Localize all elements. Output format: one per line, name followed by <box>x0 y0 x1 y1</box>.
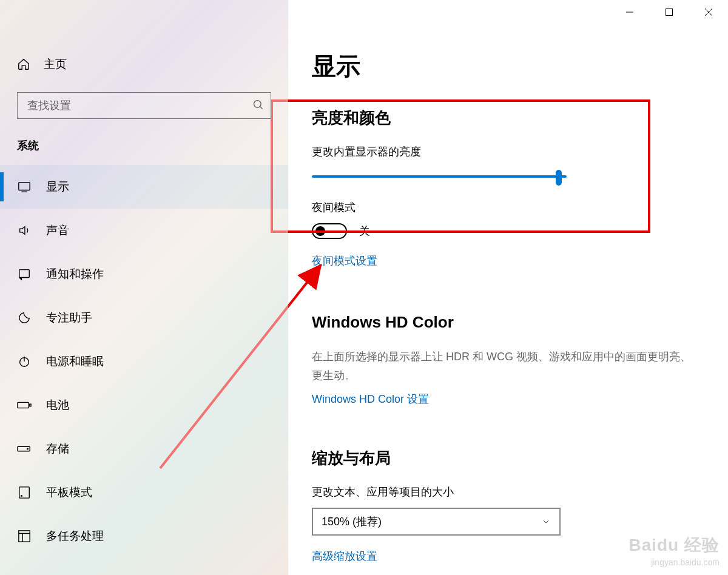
page-title: 显示 <box>312 50 710 83</box>
notifications-icon <box>17 267 32 281</box>
night-mode-toggle[interactable] <box>312 223 347 239</box>
brightness-slider[interactable] <box>312 167 567 186</box>
hdcolor-settings-link[interactable]: Windows HD Color 设置 <box>312 392 429 406</box>
sidebar-item-label: 声音 <box>46 223 69 238</box>
search-icon <box>252 99 265 111</box>
sidebar-item-notifications[interactable]: 通知和操作 <box>0 252 288 296</box>
sidebar-item-storage[interactable]: 存储 <box>0 427 288 471</box>
svg-rect-17 <box>19 531 30 542</box>
svg-rect-8 <box>19 270 30 278</box>
power-icon <box>17 355 32 368</box>
svg-point-14 <box>27 448 29 449</box>
watermark-url: jingyan.baidu.com <box>629 557 720 569</box>
search-input[interactable] <box>18 99 271 112</box>
night-mode-state: 关 <box>359 224 370 238</box>
focus-icon <box>17 311 32 324</box>
battery-icon <box>17 398 32 412</box>
night-mode-settings-link[interactable]: 夜间模式设置 <box>312 254 377 268</box>
sidebar-item-tablet[interactable]: 平板模式 <box>0 471 288 514</box>
svg-point-16 <box>21 496 22 497</box>
svg-rect-6 <box>19 183 30 190</box>
sidebar-item-label: 通知和操作 <box>46 266 104 282</box>
sound-icon <box>17 224 32 237</box>
watermark: Baidu 经验 jingyan.baidu.com <box>629 533 720 569</box>
multitask-icon <box>17 530 32 543</box>
sidebar-item-label: 专注助手 <box>46 310 92 326</box>
scale-value: 150% (推荐) <box>322 514 382 529</box>
storage-icon <box>17 442 32 456</box>
svg-rect-11 <box>18 402 29 408</box>
chevron-down-icon <box>541 517 551 526</box>
sidebar-item-label: 存储 <box>46 441 69 457</box>
sidebar-item-focus[interactable]: 专注助手 <box>0 296 288 340</box>
sidebar-item-label: 电池 <box>46 397 69 413</box>
home-icon <box>17 58 30 71</box>
svg-rect-12 <box>29 404 31 406</box>
brightness-label: 更改内置显示器的亮度 <box>312 144 710 159</box>
sidebar-item-home[interactable]: 主页 <box>0 47 288 81</box>
sidebar-item-multitask[interactable]: 多任务处理 <box>0 514 288 558</box>
sidebar-item-sound[interactable]: 声音 <box>0 209 288 252</box>
sidebar-item-label: 平板模式 <box>46 485 92 500</box>
scale-label: 更改文本、应用等项目的大小 <box>312 485 710 499</box>
watermark-brand: Baidu 经验 <box>629 533 720 557</box>
sidebar-item-power[interactable]: 电源和睡眠 <box>0 340 288 383</box>
section-scale: 缩放与布局 <box>312 448 710 469</box>
svg-line-5 <box>260 107 263 109</box>
section-brightness: 亮度和颜色 <box>312 107 710 129</box>
sidebar-item-label: 显示 <box>46 179 69 195</box>
hdcolor-description: 在上面所选择的显示器上让 HDR 和 WCG 视频、游戏和应用中的画面更明亮、更… <box>312 348 700 385</box>
advanced-scale-link[interactable]: 高级缩放设置 <box>312 549 377 563</box>
section-hdcolor: Windows HD Color <box>312 313 710 332</box>
scale-dropdown[interactable]: 150% (推荐) <box>312 508 561 536</box>
sidebar-item-label: 多任务处理 <box>46 528 104 544</box>
sidebar: 主页 系统 显示 声音 通知和操作 专注助手 电源和睡眠 电池 <box>0 0 288 575</box>
sidebar-category: 系统 <box>0 138 288 153</box>
svg-point-4 <box>254 101 261 108</box>
sidebar-item-battery[interactable]: 电池 <box>0 383 288 427</box>
slider-thumb[interactable] <box>556 170 562 186</box>
sidebar-item-label: 电源和睡眠 <box>46 354 104 369</box>
sidebar-item-display[interactable]: 显示 <box>0 165 288 209</box>
night-mode-label: 夜间模式 <box>312 200 710 215</box>
slider-track <box>312 175 567 178</box>
tablet-icon <box>17 486 32 499</box>
search-box[interactable] <box>17 92 271 119</box>
toggle-knob <box>315 226 325 236</box>
main-content: 显示 亮度和颜色 更改内置显示器的亮度 夜间模式 关 夜间模式设置 Window… <box>291 0 728 575</box>
display-icon <box>17 180 32 193</box>
sidebar-home-label: 主页 <box>44 56 67 72</box>
